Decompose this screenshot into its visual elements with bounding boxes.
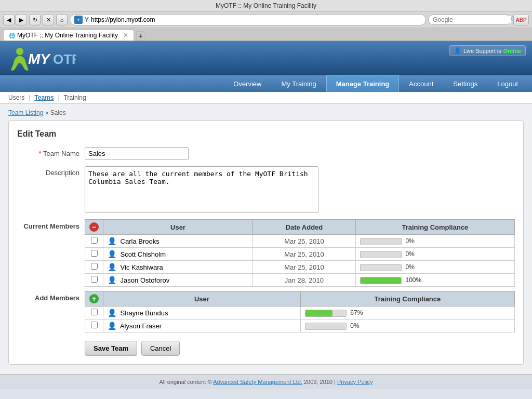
logo-svg: MY OTF: [8, 45, 76, 71]
member-3-date: Mar 25, 2010: [253, 261, 356, 274]
add-member-2-checkbox-cell: [85, 320, 103, 332]
logo: MY OTF: [8, 45, 76, 71]
nav-item-my-training[interactable]: My Training: [271, 75, 326, 92]
add-members-section: Add Members + User Training Compliance: [17, 291, 515, 332]
url-input[interactable]: [91, 16, 421, 23]
member-3-checkbox-cell: [85, 261, 103, 274]
tab-favicon: 🌐: [9, 33, 15, 38]
adblock-button[interactable]: ABP: [513, 14, 529, 25]
member-1-date: Mar 25, 2010: [253, 235, 356, 248]
domain-label: Y: [85, 16, 89, 23]
team-name-label: * Team Name: [17, 147, 85, 157]
breadcrumb-current: Sales: [50, 109, 66, 116]
sub-nav-training[interactable]: Training: [64, 94, 86, 101]
cancel-button[interactable]: Cancel: [141, 341, 180, 356]
member-1-checkbox[interactable]: [91, 237, 98, 244]
add-member-2-checkbox[interactable]: [91, 322, 98, 328]
sub-nav-teams[interactable]: Teams: [34, 94, 54, 101]
member-4-checkbox-cell: [85, 274, 103, 287]
save-team-button[interactable]: Save Team: [85, 341, 137, 356]
address-bar[interactable]: Y Y: [70, 14, 426, 25]
table-row: 👤 Vic Kashiwara Mar 25, 2010 0%: [85, 261, 515, 274]
member-4-progress-fill: [361, 277, 401, 284]
new-tab-button[interactable]: +: [136, 31, 145, 41]
description-textarea[interactable]: These are all the current members of the…: [85, 166, 318, 213]
favicon: Y: [74, 16, 83, 24]
add-member-1-compliance: 67%: [300, 307, 514, 320]
member-4-name: 👤 Jason Ostoforov: [103, 274, 253, 287]
footer-year: 2009, 2010: [304, 379, 332, 385]
current-members-body: 👤 Carla Brooks Mar 25, 2010 0%: [85, 235, 515, 287]
stop-button[interactable]: ✕: [43, 14, 54, 25]
svg-text:MY: MY: [28, 51, 51, 67]
search-bar[interactable]: 🔍: [428, 15, 511, 25]
member-1-name: 👤 Carla Brooks: [103, 235, 253, 248]
member-3-checkbox[interactable]: [91, 263, 98, 270]
breadcrumb-team-listing[interactable]: Team Listing: [8, 109, 43, 116]
footer-company-link[interactable]: Advanced Safety Management Ltd.: [213, 379, 302, 385]
sub-nav-sep-1: |: [29, 94, 30, 101]
home-button[interactable]: ⌂: [56, 14, 68, 25]
member-4-progress-bar: [360, 277, 402, 284]
toolbar: ◀ ▶ ↻ ✕ ⌂ Y Y 🔍 ABP: [0, 12, 532, 28]
member-1-compliance: 0%: [355, 235, 514, 248]
footer-privacy-link[interactable]: Privacy Policy: [337, 379, 373, 385]
footer-separator: |: [334, 379, 336, 385]
refresh-button[interactable]: ↻: [29, 14, 41, 25]
member-4-compliance-label: 100%: [405, 276, 421, 284]
remove-all-button[interactable]: −: [89, 222, 99, 232]
page-title: MyOTF :: My Online Training Facility: [216, 2, 316, 9]
member-3-compliance-label: 0%: [405, 263, 414, 271]
member-1-progress-bar: [360, 238, 402, 245]
forward-button[interactable]: ▶: [16, 14, 27, 25]
support-person-icon: 👤: [454, 47, 461, 54]
member-1-compliance-label: 0%: [405, 237, 414, 245]
nav-item-account[interactable]: Account: [399, 75, 443, 92]
add-member-1-name: 👤 Shayne Bundus: [103, 307, 301, 320]
add-member-2-progress-bar: [305, 323, 347, 330]
add-members-header: + User Training Compliance: [85, 291, 515, 307]
svg-text:OTF: OTF: [53, 51, 76, 67]
add-member-1-compliance-label: 67%: [350, 309, 363, 316]
member-1-checkbox-cell: [85, 235, 103, 248]
tab-close-icon[interactable]: ✕: [123, 32, 128, 39]
add-member-1-checkbox[interactable]: [91, 309, 98, 315]
compliance-column-header: Training Compliance: [355, 220, 514, 235]
add-members-label: Add Members: [17, 291, 85, 302]
team-name-input[interactable]: [85, 147, 189, 160]
browser-chrome: MyOTF :: My Online Training Facility ◀ ▶…: [0, 0, 532, 41]
required-star: *: [38, 150, 41, 157]
edit-team-title: Edit Team: [17, 129, 515, 139]
nav-item-manage-training[interactable]: Manage Training: [326, 75, 400, 92]
search-input[interactable]: [433, 16, 511, 23]
back-button[interactable]: ◀: [3, 14, 15, 25]
nav-item-overview[interactable]: Overview: [223, 75, 271, 92]
app-header: MY OTF 👤 Live Support is Online: [0, 41, 532, 75]
sub-nav-users[interactable]: Users: [8, 94, 24, 101]
member-4-checkbox[interactable]: [91, 276, 98, 283]
user-icon: 👤: [108, 309, 116, 317]
table-row: 👤 Alyson Fraser 0%: [85, 320, 515, 332]
remove-all-header: −: [85, 220, 103, 235]
user-icon: 👤: [108, 237, 116, 245]
nav-item-settings[interactable]: Settings: [443, 75, 487, 92]
current-members-header: − User Date Added Training Compliance: [85, 220, 515, 235]
add-members-table: + User Training Compliance 👤 Shayne Bund: [85, 291, 515, 332]
breadcrumb: Team Listing » Sales: [8, 109, 524, 116]
sub-nav: Users | Teams | Training: [0, 92, 532, 104]
current-members-label: Current Members: [17, 219, 85, 230]
content-area: Team Listing » Sales Edit Team * Team Na…: [0, 104, 532, 374]
description-row: Description These are all the current me…: [17, 166, 515, 213]
add-all-button[interactable]: +: [89, 294, 99, 303]
add-compliance-column-header: Training Compliance: [300, 291, 514, 307]
active-tab[interactable]: 🌐 MyOTF :: My Online Training Facility ✕: [3, 30, 134, 41]
nav-item-logout[interactable]: Logout: [487, 75, 528, 92]
add-user-column-header: User: [103, 291, 301, 307]
current-members-table: − User Date Added Training Compliance 👤: [85, 219, 515, 287]
member-2-checkbox[interactable]: [91, 250, 98, 257]
user-icon: 👤: [108, 263, 116, 271]
table-row: 👤 Scott Chisholm Mar 25, 2010 0%: [85, 248, 515, 261]
edit-team-box: Edit Team * Team Name Description These …: [8, 121, 524, 365]
tab-label: MyOTF :: My Online Training Facility: [17, 32, 118, 39]
tab-bar: 🌐 MyOTF :: My Online Training Facility ✕…: [0, 28, 532, 41]
